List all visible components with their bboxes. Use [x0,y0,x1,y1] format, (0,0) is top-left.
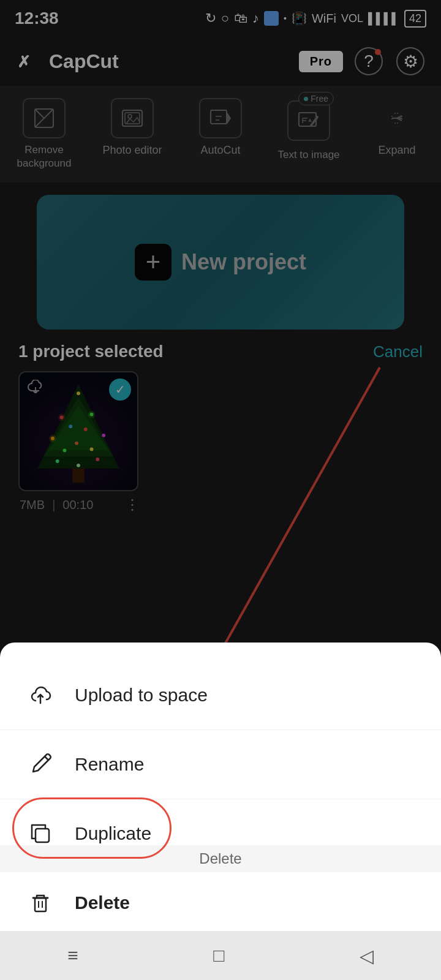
duplicate-label: Duplicate [75,823,151,844]
nav-bar: ≡ □ ◁ [0,931,441,980]
bottom-sheet: Upload to space Rename Duplicate [0,643,441,937]
delete-item[interactable]: Delete [0,869,441,937]
svg-rect-34 [35,898,46,911]
delete-label: Delete [75,892,130,913]
sheet-bottom-label: Delete [0,845,441,872]
nav-menu-icon[interactable]: ≡ [67,945,78,966]
rename-icon [24,748,56,780]
delete-icon [24,887,56,919]
svg-rect-33 [36,829,49,842]
nav-back-icon[interactable]: ◁ [360,945,374,967]
rename-item[interactable]: Rename [0,730,441,799]
upload-icon [24,679,56,711]
upload-to-space-label: Upload to space [75,685,208,706]
nav-home-icon[interactable]: □ [213,945,224,966]
upload-to-space-item[interactable]: Upload to space [0,661,441,730]
rename-label: Rename [75,754,144,775]
